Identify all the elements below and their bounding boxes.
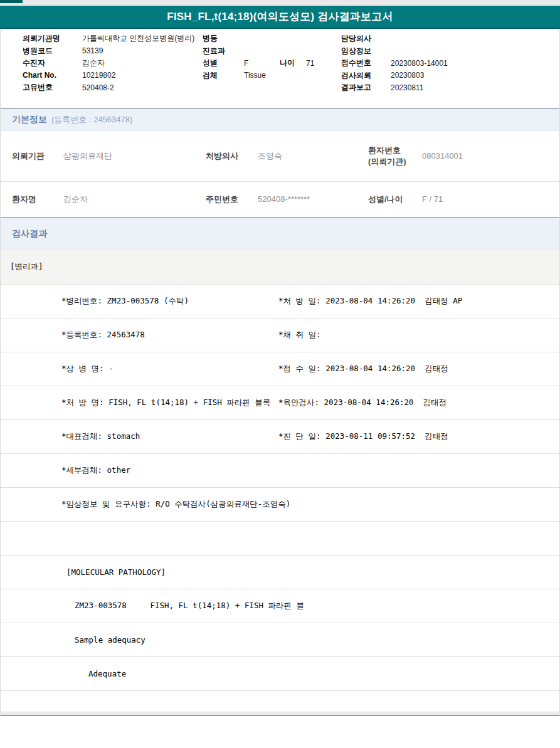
result-row: *등록번호: 24563478 *채 취 일: <box>1 319 559 352</box>
report-end-bar <box>1 712 559 716</box>
field-label: 담당의사 <box>341 33 391 44</box>
specimen-test-line: ZM23-003578 FISH, FL t(14;18) + FISH 파라핀… <box>75 601 304 611</box>
window-corner-accent <box>0 0 23 3</box>
field-label: 의뢰기관명 <box>23 33 82 44</box>
result-cell-right: *육안검사: 2023-08-04 14:26:20 김태정 <box>278 398 446 408</box>
section-title: 검사결과 <box>12 228 47 240</box>
basic-info-row: 환자명 김순자 주민번호 520408-******* 성별/나이 F / 71 <box>1 182 559 218</box>
patient-number-value: 080314001 <box>422 151 559 161</box>
field-label: 병원코드 <box>23 46 82 56</box>
field-value: 520408-2 <box>82 83 203 92</box>
result-cell-left: *대표검체: stomach <box>61 431 140 442</box>
result-row: ZM23-003578 FISH, FL t(14;18) + FISH 파라핀… <box>1 589 559 623</box>
result-cell-right: *채 취 일: <box>278 330 321 340</box>
field-value: 53139 <box>82 46 203 55</box>
sex-age-value: F / 71 <box>422 194 559 204</box>
field-value: 71 <box>306 59 341 68</box>
admin-row: 수진자 김순자 성별 F 나이 71 접수번호 20230803-14001 <box>23 57 559 70</box>
report-content: 의뢰기관명 가톨릭대학교 인천성모병원(병리) 병동 담당의사 병원코드 531… <box>0 29 560 716</box>
tail-spacer <box>1 691 559 712</box>
sample-adequacy-label: Sample adequacy <box>75 635 145 645</box>
result-row: *임상정보 및 요구사항: R/O 수탁검사(삼광의료재단-조영숙) <box>1 488 559 522</box>
admin-row: 고유번호 520408-2 결과보고 20230811 <box>23 82 559 94</box>
field-label: 성별 <box>203 58 244 68</box>
field-label: 임상정보 <box>341 46 391 56</box>
result-cell-left: *등록번호: 24563478 <box>61 330 145 340</box>
admin-row: 병원코드 53139 진료과 임상정보 <box>23 45 559 58</box>
result-cell-left: *처 방 명: FISH, FL t(14;18) + FISH 파라핀 블록 <box>61 398 270 408</box>
field-label: 접수번호 <box>341 58 391 68</box>
field-label: 처방의사 <box>206 150 258 162</box>
section-title: 기본정보 <box>12 114 47 125</box>
result-row: *세부검체: other <box>1 454 559 488</box>
result-cell-right: *접 수 일: 2023-08-04 14:26:20 김태정 <box>278 364 448 374</box>
field-value: F <box>244 59 280 68</box>
field-value: Tissue <box>244 71 280 80</box>
molecular-pathology-header: [MOLECULAR PATHOLOGY] <box>66 567 166 577</box>
result-row: Sample adequacy <box>1 623 559 657</box>
department-header: [병리과] <box>10 261 43 272</box>
window-top-strip <box>0 0 560 6</box>
result-row-empty <box>1 522 559 556</box>
patient-name-value: 김순자 <box>63 194 206 205</box>
field-label: 의뢰기관 <box>12 150 63 162</box>
referring-org-value: 삼광의료재단 <box>63 150 206 162</box>
report-title: FISH_FL,t(14;18)(여의도성모) 검사결과보고서 <box>167 9 393 24</box>
field-label-line2: (의뢰기관) <box>368 156 422 167</box>
result-row: *처 방 명: FISH, FL t(14;18) + FISH 파라핀 블록 … <box>1 386 559 420</box>
sample-adequacy-value: Adequate <box>88 669 126 678</box>
field-label: 환자명 <box>12 194 63 205</box>
field-label: 검체 <box>203 70 244 81</box>
admin-row: 의뢰기관명 가톨릭대학교 인천성모병원(병리) 병동 담당의사 <box>23 33 559 45</box>
report-page: FISH_FL,t(14;18)(여의도성모) 검사결과보고서 의뢰기관명 가톨… <box>0 0 560 748</box>
field-label: 나이 <box>280 58 306 68</box>
field-label: 수진자 <box>23 58 82 68</box>
field-label-line1: 환자번호 <box>368 145 422 156</box>
field-label: 고유번호 <box>23 82 82 93</box>
result-row: Adequate <box>1 657 559 691</box>
result-row: *대표검체: stomach *진 단 일: 2023-08-11 09:57:… <box>1 420 559 454</box>
result-cell-left: *병리번호: ZM23-003578 (수탁) <box>61 296 189 307</box>
department-header-row: [병리과] <box>1 250 559 285</box>
section-header-results: 검사결과 <box>1 218 559 250</box>
field-value: 20230811 <box>391 83 559 92</box>
prescribing-doctor-value: 조영숙 <box>258 150 368 162</box>
report-title-bar: FISH_FL,t(14;18)(여의도성모) 검사결과보고서 <box>0 6 560 29</box>
basic-info-row: 의뢰기관 삼광의료재단 처방의사 조영숙 환자번호 (의뢰기관) 0803140… <box>1 131 559 182</box>
result-cell-left: *임상정보 및 요구사항: R/O 수탁검사(삼광의료재단-조영숙) <box>61 499 290 510</box>
field-label: 주민번호 <box>206 194 258 205</box>
field-label: 검사의뢰 <box>341 70 391 81</box>
field-value: 20230803 <box>391 71 559 80</box>
result-cell-right: *진 단 일: 2023-08-11 09:57:52 김태정 <box>278 431 448 442</box>
field-value: 가톨릭대학교 인천성모병원(병리) <box>82 33 203 44</box>
field-label: 진료과 <box>203 46 244 56</box>
resident-id-value: 520408-******* <box>258 194 368 204</box>
admin-info-table: 의뢰기관명 가톨릭대학교 인천성모병원(병리) 병동 담당의사 병원코드 531… <box>1 29 559 94</box>
result-cell-left: *세부검체: other <box>61 465 130 476</box>
section-header-basic-info: 기본정보 (등록번호 : 24563478) <box>1 108 559 131</box>
admin-row: Chart No. 10219802 검체 Tissue 검사의뢰 202308… <box>23 70 559 82</box>
result-row: *상 병 명: - *접 수 일: 2023-08-04 14:26:20 김태… <box>1 352 559 386</box>
field-label: 병동 <box>203 33 244 44</box>
field-label: 환자번호 (의뢰기관) <box>368 145 422 167</box>
result-row: *병리번호: ZM23-003578 (수탁) *처 방 일: 2023-08-… <box>1 285 559 319</box>
result-cell-right: *처 방 일: 2023-08-04 14:26:20 김태정 AP <box>278 296 462 307</box>
field-value: 10219802 <box>82 71 203 80</box>
result-row: [MOLECULAR PATHOLOGY] <box>1 556 559 589</box>
field-value: 20230803-14001 <box>391 59 559 68</box>
field-value: 김순자 <box>82 58 203 68</box>
field-label: 성별/나이 <box>368 194 422 205</box>
section-subtitle: (등록번호 : 24563478) <box>51 114 132 125</box>
field-label: Chart No. <box>23 71 82 80</box>
result-cell-left: *상 병 명: - <box>61 364 114 374</box>
field-label: 결과보고 <box>341 82 391 93</box>
